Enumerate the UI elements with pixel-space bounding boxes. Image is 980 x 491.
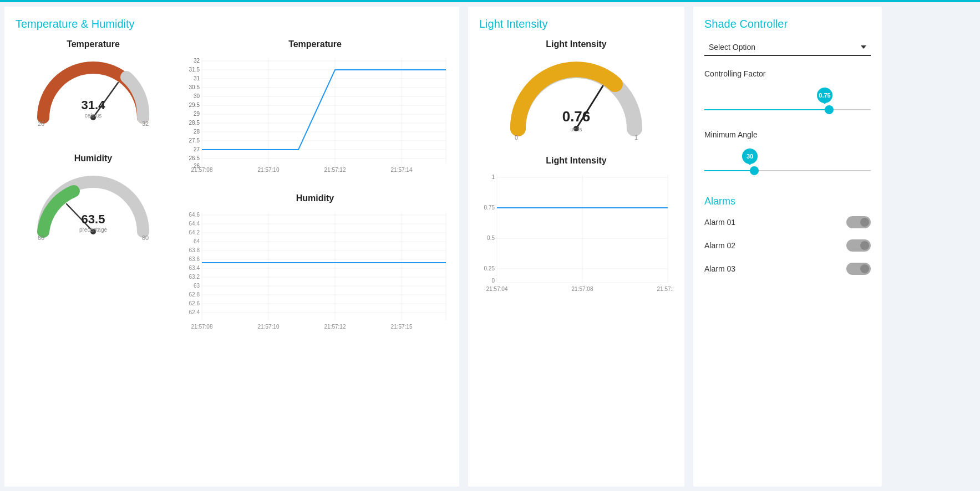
svg-text:1: 1 [491, 174, 495, 180]
temperature-chart: Temperature 32 31.5 31 30.5 30 29.5 29 2… [182, 39, 448, 177]
svg-text:21:57:12: 21:57:12 [324, 324, 346, 330]
shade-option-select[interactable]: Select Option Option 1 Option 2 Option 3 [704, 39, 871, 56]
humidity-chart: Humidity 64.6 64.4 64.2 64 63.8 63.6 63.… [182, 193, 448, 342]
alarm-03-toggle[interactable] [846, 263, 871, 275]
svg-text:0.76: 0.76 [562, 108, 591, 125]
svg-text:30: 30 [194, 93, 200, 99]
svg-text:21:57:14: 21:57:14 [391, 167, 413, 173]
svg-text:27.5: 27.5 [189, 137, 200, 144]
shade-controller-title: Shade Controller [704, 18, 871, 30]
svg-text:63.6: 63.6 [189, 256, 200, 262]
svg-text:62.4: 62.4 [189, 309, 200, 315]
svg-text:63.5: 63.5 [82, 212, 105, 226]
humidity-gauge-title: Humidity [74, 154, 112, 163]
alarm-02-label: Alarm 02 [704, 241, 735, 250]
controlling-factor-row: Controlling Factor 0.75 [704, 69, 871, 110]
svg-text:26.5: 26.5 [189, 155, 200, 161]
svg-text:63.8: 63.8 [189, 247, 200, 253]
shade-controller-panel: Shade Controller Select Option Option 1 … [693, 7, 882, 487]
svg-text:0.5: 0.5 [487, 235, 495, 241]
svg-text:21:57:15: 21:57:15 [657, 286, 673, 291]
light-chart: Light Intensity 1 0.75 0.5 0.25 0 [479, 156, 673, 293]
svg-text:31: 31 [194, 75, 200, 81]
svg-text:21:57:15: 21:57:15 [391, 324, 413, 330]
svg-text:21:57:04: 21:57:04 [486, 286, 508, 291]
svg-text:0.75: 0.75 [484, 204, 495, 211]
svg-text:60: 60 [38, 234, 44, 240]
humidity-chart-title: Humidity [182, 193, 448, 203]
temperature-gauge: Temperature [21, 39, 165, 120]
alarm-01-row: Alarm 01 [704, 216, 871, 228]
svg-text:21:57:08: 21:57:08 [572, 286, 593, 291]
svg-text:21:57:10: 21:57:10 [258, 167, 280, 173]
alarm-02-row: Alarm 02 [704, 239, 871, 252]
svg-text:27: 27 [194, 146, 200, 152]
light-intensity-title: Light Intensity [479, 18, 673, 30]
alarm-01-toggle[interactable] [846, 216, 871, 228]
svg-text:32: 32 [142, 120, 149, 126]
svg-text:21:57:10: 21:57:10 [258, 324, 280, 330]
alarm-01-label: Alarm 01 [704, 218, 735, 227]
svg-text:63.2: 63.2 [189, 274, 200, 280]
svg-text:63: 63 [194, 283, 200, 289]
alarm-02-toggle[interactable] [846, 239, 871, 252]
light-gauge: Light Intensity 0.76 units 0 1 [479, 39, 673, 142]
alarm-03-row: Alarm 03 [704, 263, 871, 275]
svg-text:64: 64 [194, 238, 200, 244]
light-gauge-title: Light Intensity [546, 39, 606, 49]
svg-text:62.6: 62.6 [189, 300, 200, 306]
svg-text:29.5: 29.5 [189, 102, 200, 108]
svg-text:1: 1 [634, 134, 638, 141]
svg-text:64.4: 64.4 [189, 221, 200, 227]
svg-text:64.6: 64.6 [189, 212, 200, 218]
svg-text:0: 0 [491, 278, 495, 284]
svg-text:0.25: 0.25 [484, 265, 495, 272]
minimum-angle-thumb[interactable]: 30 [750, 166, 759, 175]
svg-text:28: 28 [194, 129, 200, 135]
svg-text:21:57:12: 21:57:12 [324, 167, 346, 173]
svg-text:celsius: celsius [85, 112, 102, 119]
svg-text:62.8: 62.8 [189, 291, 200, 298]
alarms-title: Alarms [704, 196, 871, 207]
svg-text:31.5: 31.5 [189, 67, 200, 73]
humidity-gauge: Humidity 63.5 precentage [21, 154, 165, 234]
svg-text:31.4: 31.4 [82, 98, 106, 112]
svg-text:30.5: 30.5 [189, 84, 200, 90]
temp-humidity-title: Temperature & Humidity [16, 18, 448, 30]
svg-text:26: 26 [38, 120, 44, 126]
svg-text:units: units [570, 126, 582, 132]
minimum-angle-label: Minimum Angle [704, 130, 871, 139]
svg-text:29: 29 [194, 111, 200, 117]
svg-text:64.2: 64.2 [189, 229, 200, 236]
svg-text:21:57:08: 21:57:08 [191, 324, 213, 330]
minimum-angle-tooltip: 30 [742, 149, 758, 164]
controlling-factor-thumb[interactable]: 0.75 [825, 105, 834, 114]
temp-humidity-panel: Temperature & Humidity Temperature [4, 7, 459, 487]
svg-text:28.5: 28.5 [189, 120, 200, 126]
svg-text:0: 0 [515, 134, 518, 141]
temperature-gauge-title: Temperature [67, 39, 120, 49]
temperature-chart-title: Temperature [182, 39, 448, 49]
svg-text:21:57:08: 21:57:08 [191, 167, 213, 173]
svg-text:precentage: precentage [79, 227, 107, 233]
alarm-03-label: Alarm 03 [704, 264, 735, 273]
light-chart-title: Light Intensity [479, 156, 673, 166]
controlling-factor-tooltip: 0.75 [817, 88, 832, 103]
light-intensity-panel: Light Intensity Light Intensity 0.76 uni… [468, 7, 684, 487]
minimum-angle-row: Minimum Angle 30 [704, 130, 871, 171]
svg-text:80: 80 [142, 234, 149, 240]
controlling-factor-label: Controlling Factor [704, 69, 871, 78]
svg-text:32: 32 [194, 58, 200, 64]
svg-text:63.4: 63.4 [189, 265, 200, 271]
